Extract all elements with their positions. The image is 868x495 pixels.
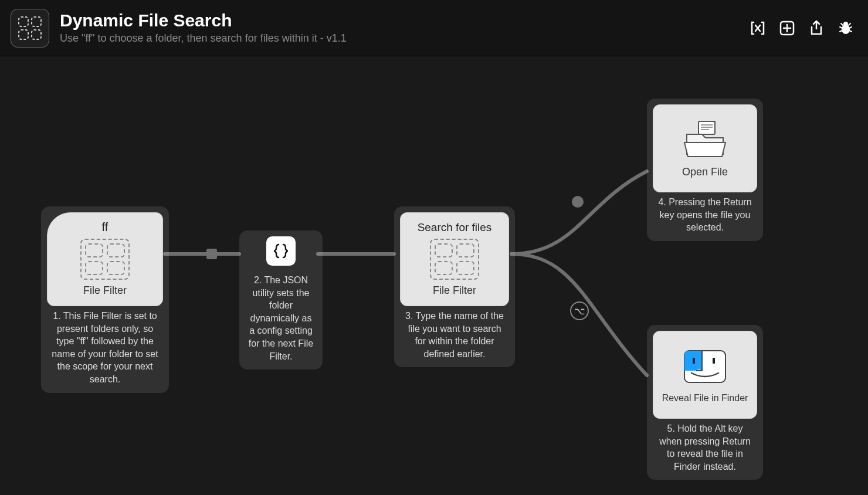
node-ff-file-filter[interactable]: ff File Filter 1. This File Filter is se… — [41, 206, 169, 393]
workflow-icon[interactable] — [11, 9, 49, 48]
svg-rect-9 — [693, 358, 695, 364]
node-card: Reveal File in Finder — [653, 331, 757, 419]
node-json-utility[interactable]: 2. The JSON utility sets the folder dyna… — [239, 230, 323, 369]
node-label: Reveal File in Finder — [662, 393, 748, 404]
node-description: 2. The JSON utility sets the folder dyna… — [245, 270, 317, 364]
node-label: File Filter — [83, 284, 127, 297]
svg-rect-2 — [19, 30, 28, 39]
svg-rect-1 — [32, 17, 41, 26]
node-open-file[interactable]: Open File 4. Pressing the Return key ope… — [647, 99, 763, 241]
svg-point-6 — [843, 22, 848, 26]
header-toolbar — [750, 0, 854, 56]
workflow-header: Dynamic File Search Use "ff" to choose a… — [0, 0, 868, 56]
node-label: File Filter — [433, 284, 476, 297]
add-object-button[interactable] — [779, 20, 795, 36]
svg-rect-3 — [32, 30, 41, 39]
grid-dashed-icon — [17, 15, 43, 41]
node-description: 5. Hold the Alt key when pressing Return… — [653, 419, 757, 474]
braces-x-icon — [750, 20, 766, 36]
node-description: 1. This File Filter is set to present fo… — [47, 306, 163, 387]
node-card: Open File — [653, 104, 757, 192]
node-search-file-filter[interactable]: Search for files File Filter 3. Type the… — [394, 206, 515, 367]
file-filter-icon — [430, 239, 479, 280]
file-filter-icon — [80, 239, 130, 280]
share-button[interactable] — [808, 20, 825, 36]
node-title: Search for files — [418, 221, 492, 234]
share-icon — [808, 20, 825, 36]
svg-rect-0 — [19, 17, 28, 26]
node-description: 3. Type the name of the file you want to… — [400, 306, 509, 361]
bug-icon — [838, 20, 854, 36]
workflow-titles: Dynamic File Search Use "ff" to choose a… — [60, 10, 347, 46]
debug-button[interactable] — [838, 20, 854, 36]
connection-dot[interactable] — [572, 196, 584, 208]
workflow-title: Dynamic File Search — [60, 10, 347, 31]
svg-rect-7 — [699, 121, 715, 134]
json-utility-icon — [266, 236, 296, 266]
node-label: Open File — [682, 166, 728, 178]
node-description: 4. Pressing the Return key opens the fil… — [653, 192, 757, 235]
node-reveal-in-finder[interactable]: Reveal File in Finder 5. Hold the Alt ke… — [647, 325, 763, 480]
modifier-badge-alt[interactable]: ⌥ — [570, 301, 589, 320]
finder-icon — [679, 345, 731, 388]
variables-button[interactable] — [750, 20, 766, 36]
node-card: Search for files File Filter — [400, 212, 509, 306]
braces-icon — [272, 242, 290, 260]
node-keyword: ff — [102, 221, 108, 234]
plus-box-icon — [779, 20, 795, 36]
node-card: ff File Filter — [47, 212, 163, 306]
connection-stub[interactable] — [206, 249, 217, 259]
workflow-canvas[interactable]: ⌥ ff File Filter 1. This File Filter is … — [0, 56, 868, 495]
open-file-icon — [679, 118, 731, 161]
svg-rect-10 — [713, 358, 715, 364]
workflow-subtitle: Use "ff" to choose a folder, then search… — [60, 31, 347, 46]
modifier-symbol: ⌥ — [574, 306, 585, 317]
